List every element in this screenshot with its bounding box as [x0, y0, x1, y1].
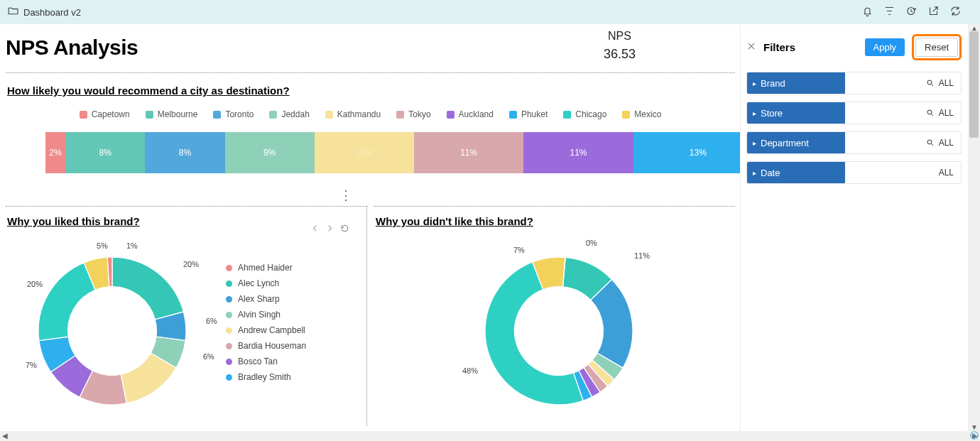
nps-kpi: NPS 36.53 [604, 30, 735, 62]
legend-item[interactable]: Andrew Campbell [226, 322, 306, 338]
donut-like-legend: Ahmed HaiderAlec LynchAlex SharpAlvin Si… [205, 239, 306, 426]
donut-pct-label: 7% [513, 246, 525, 254]
donut-pct-label: 7% [26, 361, 37, 369]
stacked-bar-chart: 2%8%8%9%10%11%11%13% [45, 132, 763, 173]
donut-like-chart [20, 239, 205, 423]
stacked-segment: 8% [65, 132, 145, 173]
filter-item-date[interactable]: ▸Date ALL [746, 161, 962, 184]
legend-item[interactable]: Jeddah [269, 109, 309, 119]
dashboard-content: NPS Analysis NPS 36.53 How likely you wo… [0, 24, 735, 431]
legend-item[interactable]: Kathmandu [325, 109, 381, 119]
legend-item[interactable]: Tokyo [396, 109, 430, 119]
nps-label: NPS [604, 30, 636, 43]
donut-pct-label: 0% [586, 239, 597, 247]
filter-item-department[interactable]: ▸Department ALL [746, 131, 962, 154]
tab-title: Dashboard v2 [23, 7, 81, 18]
legend-item[interactable]: Ahmed Haider [226, 260, 306, 276]
more-icon[interactable]: ⋮ [339, 192, 352, 199]
legend-item[interactable]: Alec Lynch [226, 276, 306, 291]
donut-pct-label: 20% [27, 280, 43, 288]
donut-pct-label: 11% [634, 251, 650, 260]
filter-icon[interactable] [883, 5, 895, 19]
reload-icon[interactable] [340, 223, 349, 236]
stacked-segment: 9% [225, 132, 315, 173]
svg-point-2 [927, 110, 932, 114]
legend-item[interactable]: Chicago [563, 109, 606, 119]
legend-item[interactable]: Bosco Tan [226, 354, 306, 369]
legend-item[interactable]: Auckland [447, 109, 494, 119]
donut-dislike-chart [467, 239, 651, 423]
reset-highlight: Reset [912, 34, 962, 60]
donut-pct-label: 20% [183, 260, 199, 268]
legend-item[interactable]: Phuket [509, 109, 548, 119]
stacked-segment: 2% [45, 132, 65, 173]
corner-badge-icon: 8 [969, 430, 979, 440]
export-icon[interactable] [927, 5, 940, 19]
svg-point-1 [927, 80, 932, 85]
stacked-segment: 10% [315, 132, 414, 173]
legend-item[interactable]: Alex Sharp [226, 291, 306, 307]
nps-value: 36.53 [604, 47, 636, 62]
donut-dislike-title: Why you didn't like this brand? [374, 215, 735, 227]
vertical-scrollbar[interactable]: ▲ ▼ [968, 24, 980, 431]
filters-panel: Filters Apply Reset ▸Brand ALL▸Store ALL… [740, 24, 967, 431]
donut-pct-label: 6% [203, 352, 214, 361]
topbar: Dashboard v2 [0, 0, 980, 24]
filter-item-store[interactable]: ▸Store ALL [746, 102, 962, 124]
stacked-bar-title: How likely you would recommend a city as… [6, 85, 735, 97]
filter-item-brand[interactable]: ▸Brand ALL [746, 72, 962, 94]
bell-icon[interactable] [861, 5, 873, 19]
reset-button[interactable]: Reset [915, 38, 958, 57]
filters-title: Filters [763, 41, 795, 53]
horizontal-scrollbar[interactable]: ◀▶ [0, 431, 980, 441]
legend-item[interactable]: Toronto [213, 109, 254, 119]
svg-point-3 [927, 140, 932, 144]
legend-item[interactable]: Bradley Smith [226, 369, 306, 385]
donut-pct-label: 1% [126, 241, 138, 250]
close-icon[interactable] [746, 41, 756, 54]
prev-icon[interactable] [310, 223, 320, 236]
clock-add-icon[interactable] [905, 5, 918, 19]
stacked-bar-legend: CapetownMelbourneTorontoJeddahKathmanduT… [6, 109, 735, 119]
refresh-icon[interactable] [949, 5, 962, 19]
apply-button[interactable]: Apply [865, 38, 905, 56]
donut-pct-label: 6% [206, 317, 217, 325]
donut-pct-label: 5% [97, 241, 108, 250]
svg-text:8: 8 [973, 432, 976, 437]
stacked-segment: 8% [145, 132, 224, 173]
legend-item[interactable]: Capetown [80, 109, 130, 119]
stacked-segment: 11% [414, 132, 523, 173]
legend-item[interactable]: Alvin Singh [226, 307, 306, 322]
folder-icon [7, 5, 19, 19]
legend-item[interactable]: Melbourne [146, 109, 198, 119]
legend-item[interactable]: Bardia Houseman [226, 338, 306, 354]
next-icon[interactable] [325, 223, 334, 236]
donut-pct-label: 48% [462, 366, 478, 375]
stacked-segment: 11% [523, 132, 633, 173]
legend-item[interactable]: Mexico [622, 109, 661, 119]
page-title: NPS Analysis [6, 30, 138, 70]
